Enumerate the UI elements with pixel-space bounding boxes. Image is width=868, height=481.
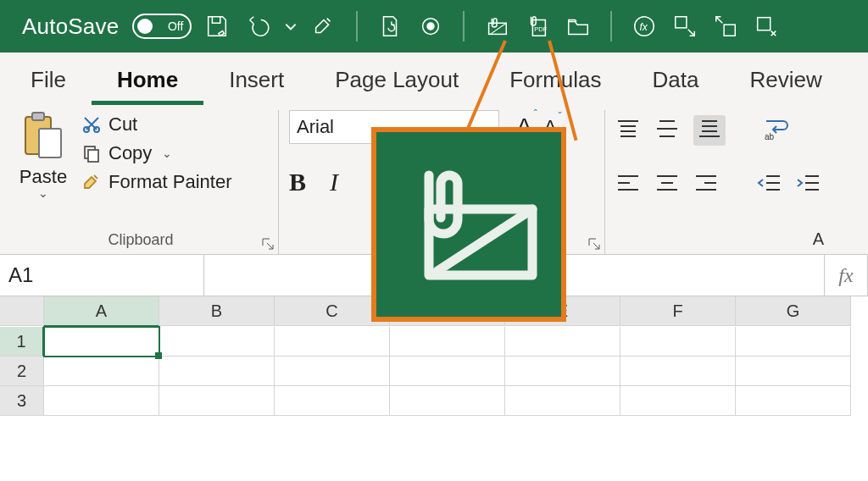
group-label-clipboard: Clipboard bbox=[14, 228, 268, 254]
alignment-label-truncated: A bbox=[813, 229, 824, 249]
cell[interactable] bbox=[390, 327, 505, 357]
cell[interactable] bbox=[505, 357, 620, 386]
column-header[interactable]: G bbox=[736, 296, 851, 326]
group-alignment: ab A bbox=[605, 110, 829, 254]
cell-A1[interactable] bbox=[44, 327, 159, 357]
fx-label: fx bbox=[838, 264, 853, 287]
dialog-launcher-icon[interactable] bbox=[587, 237, 601, 251]
cell[interactable] bbox=[736, 386, 851, 416]
increase-indent-button[interactable] bbox=[795, 173, 821, 196]
send-as-attachment-icon[interactable] bbox=[481, 11, 512, 41]
cell[interactable] bbox=[390, 357, 505, 386]
cell[interactable] bbox=[620, 327, 736, 357]
refresh-document-icon[interactable] bbox=[375, 11, 405, 41]
autosave-state: Off bbox=[168, 19, 183, 33]
insert-function-button[interactable]: fx bbox=[824, 255, 868, 296]
svg-point-1 bbox=[427, 22, 435, 30]
cell[interactable] bbox=[275, 327, 390, 357]
tab-insert[interactable]: Insert bbox=[203, 58, 309, 105]
align-right-button[interactable] bbox=[693, 173, 719, 196]
format-painter-icon[interactable] bbox=[309, 11, 339, 41]
cell[interactable] bbox=[736, 327, 851, 357]
cell[interactable] bbox=[620, 357, 736, 386]
font-name-value: Arial bbox=[297, 116, 334, 138]
cell[interactable] bbox=[44, 386, 159, 416]
undo-dropdown-icon[interactable] bbox=[283, 11, 298, 41]
bold-button[interactable]: B bbox=[289, 168, 306, 196]
separator bbox=[610, 11, 612, 41]
format-painter-label: Format Painter bbox=[108, 171, 232, 193]
cell[interactable] bbox=[275, 357, 390, 386]
svg-rect-8 bbox=[724, 25, 735, 36]
tab-home[interactable]: Home bbox=[92, 58, 203, 105]
select-all-corner[interactable] bbox=[0, 296, 44, 326]
group-label-alignment bbox=[615, 228, 819, 254]
svg-text:PDF: PDF bbox=[535, 25, 548, 33]
cell[interactable] bbox=[505, 327, 620, 357]
column-header[interactable]: A bbox=[44, 296, 159, 327]
copy-button[interactable]: Copy ⌄ bbox=[81, 142, 232, 164]
expand-window-icon[interactable] bbox=[710, 11, 741, 41]
cut-button[interactable]: Cut bbox=[81, 113, 232, 135]
cell[interactable] bbox=[159, 386, 275, 416]
save-icon[interactable] bbox=[202, 11, 232, 41]
name-box[interactable]: A1 bbox=[0, 255, 204, 296]
svg-text:fx: fx bbox=[640, 21, 648, 33]
format-painter-button[interactable]: Format Painter bbox=[81, 171, 232, 193]
align-top-button[interactable] bbox=[615, 119, 641, 142]
paste-button[interactable]: Paste ⌄ bbox=[14, 110, 73, 200]
paste-icon bbox=[20, 110, 66, 164]
autosave-toggle[interactable]: Off bbox=[132, 14, 192, 39]
row-header[interactable]: 1 bbox=[0, 327, 44, 357]
svg-rect-9 bbox=[758, 18, 771, 30]
column-header[interactable]: F bbox=[620, 296, 736, 326]
open-folder-icon[interactable] bbox=[563, 11, 593, 41]
svg-rect-7 bbox=[676, 17, 687, 28]
tab-file[interactable]: File bbox=[5, 58, 92, 105]
autosave-label: AutoSave bbox=[22, 14, 119, 40]
wrap-text-button[interactable]: ab bbox=[763, 116, 790, 145]
svg-text:ab: ab bbox=[765, 132, 775, 141]
cell[interactable] bbox=[390, 386, 505, 416]
chevron-down-icon[interactable]: ⌄ bbox=[162, 147, 172, 160]
cell[interactable] bbox=[736, 357, 851, 386]
dialog-launcher-icon[interactable] bbox=[261, 237, 275, 251]
cell[interactable] bbox=[44, 357, 159, 386]
autosave-toggle-knob bbox=[137, 19, 153, 34]
tab-review[interactable]: Review bbox=[724, 58, 847, 105]
name-box-value: A1 bbox=[8, 263, 33, 287]
row-header[interactable]: 2 bbox=[0, 357, 44, 386]
reset-window-icon[interactable] bbox=[751, 11, 782, 41]
align-middle-button[interactable] bbox=[654, 119, 680, 142]
cut-label: Cut bbox=[108, 113, 137, 135]
separator bbox=[356, 11, 358, 41]
cell[interactable] bbox=[505, 386, 620, 416]
tab-data[interactable]: Data bbox=[627, 58, 725, 105]
record-icon[interactable] bbox=[415, 11, 446, 41]
cell[interactable] bbox=[159, 357, 275, 386]
insert-function-icon[interactable]: fx bbox=[629, 11, 659, 41]
row-header[interactable]: 3 bbox=[0, 386, 44, 416]
align-left-button[interactable] bbox=[615, 173, 641, 196]
svg-rect-12 bbox=[39, 129, 61, 158]
tab-page-layout[interactable]: Page Layout bbox=[309, 58, 484, 105]
callout-send-as-attachment bbox=[371, 127, 566, 322]
caret-down-icon: ˇ bbox=[558, 111, 561, 123]
cell[interactable] bbox=[275, 386, 390, 416]
caret-up-icon: ˆ bbox=[534, 108, 537, 120]
paste-label: Paste bbox=[19, 166, 67, 188]
send-as-pdf-icon[interactable]: PDF bbox=[522, 11, 553, 41]
align-center-button[interactable] bbox=[654, 173, 680, 196]
align-bottom-button[interactable] bbox=[693, 115, 726, 146]
decrease-indent-button[interactable] bbox=[756, 173, 782, 196]
italic-button[interactable]: I bbox=[330, 168, 338, 196]
svg-rect-11 bbox=[32, 113, 44, 120]
chevron-down-icon[interactable]: ⌄ bbox=[38, 186, 48, 200]
cell[interactable] bbox=[159, 327, 275, 357]
undo-icon[interactable] bbox=[242, 11, 273, 41]
column-header[interactable]: B bbox=[159, 296, 275, 326]
cell[interactable] bbox=[620, 386, 736, 416]
separator bbox=[463, 11, 465, 41]
collapse-down-icon[interactable] bbox=[670, 11, 700, 41]
ribbon-tabs: File Home Insert Page Layout Formulas Da… bbox=[0, 53, 868, 105]
